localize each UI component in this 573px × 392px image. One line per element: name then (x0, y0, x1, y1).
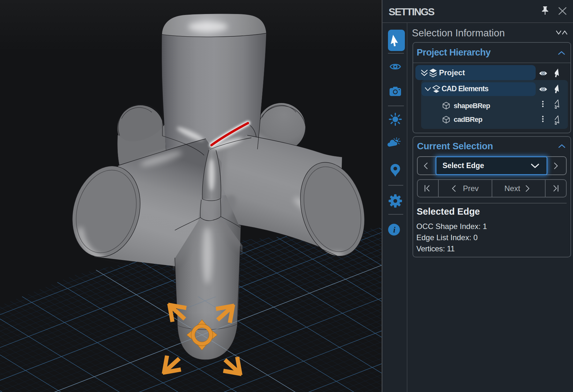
svg-text:i: i (393, 226, 396, 234)
